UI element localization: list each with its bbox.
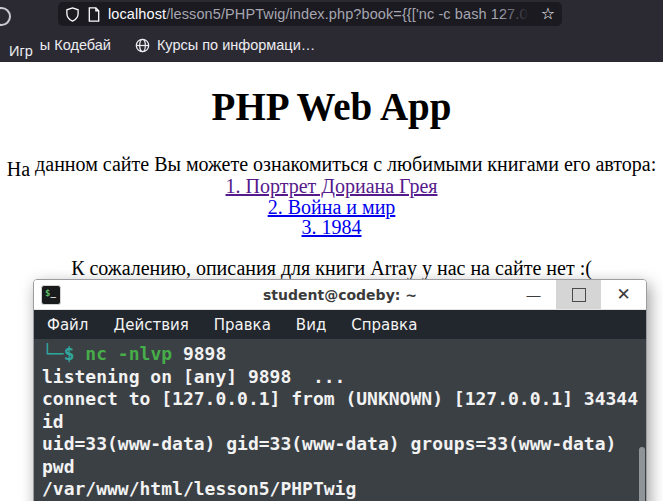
terminal-scrollbar-thumb[interactable] [639, 447, 645, 501]
window-buttons: — ✕ [511, 280, 646, 309]
bookmark-item-games[interactable]: Игры Кодебай [9, 37, 111, 53]
terminal-output-line: id [42, 411, 646, 434]
page-title: PHP Web App [0, 84, 663, 129]
maximize-icon [572, 288, 586, 302]
terminal-output-line: connect to [127.0.0.1] from (UNKNOWN) [1… [42, 388, 646, 411]
book-link-2[interactable]: 2. Война и мир [0, 197, 663, 218]
shell-command-arg: 9898 [172, 343, 226, 364]
terminal-app-icon: $_ [41, 285, 61, 305]
book-links: 1. Портрет Дориана Грея 2. Война и мир 3… [0, 176, 663, 238]
terminal-prompt-line: └─$ nc -nlvp 9898 [42, 343, 646, 366]
bookmark-label-tail: ы Кодебай [40, 37, 111, 53]
browser-toolbar: localhost/lesson5/PHPTwig/index.php?book… [0, 0, 663, 28]
terminal-output-line: listening on [any] 9898 ... [42, 366, 646, 389]
menu-actions[interactable]: Действия [113, 316, 188, 334]
menu-edit[interactable]: Правка [214, 316, 271, 334]
menu-file[interactable]: Файл [47, 316, 88, 334]
url-path: /lesson5/PHPTwig/index.php?book={{['nc -… [166, 6, 534, 22]
bookmarks-bar: Игры Кодебай Курсы по информаци… [0, 28, 663, 62]
notice-text: К сожалению, описания для книги Array у … [0, 257, 663, 280]
close-icon: ✕ [616, 284, 630, 305]
bookmark-label-head: Игр [9, 43, 33, 59]
bookmark-star-icon[interactable]: ☆ [541, 6, 555, 22]
terminal-window: student@codeby: ~ $_ — ✕ Файл Действия П… [33, 279, 647, 501]
terminal-output-line: uid=33(www-data) gid=33(www-data) groups… [42, 433, 646, 456]
shell-command: nc -nlvp [85, 343, 172, 364]
intro-text: На данном сайте Вы можете ознакомиться с… [0, 153, 663, 176]
url-bar[interactable]: localhost/lesson5/PHPTwig/index.php?book… [58, 2, 562, 26]
minimize-icon: — [527, 287, 541, 303]
intro-text-tail: данном сайте Вы можете ознакомиться с лю… [30, 153, 656, 175]
book-link-3[interactable]: 3. 1984 [0, 217, 663, 238]
bookmark-label: Курсы по информаци… [157, 37, 315, 53]
book-link-1[interactable]: 1. Портрет Дориана Грея [0, 176, 663, 197]
close-button[interactable]: ✕ [601, 280, 646, 309]
menu-view[interactable]: Вид [296, 316, 326, 334]
menu-help[interactable]: Справка [351, 316, 417, 334]
terminal-output-line: /var/www/html/lesson5/PHPTwig [42, 478, 646, 501]
url-text[interactable]: localhost/lesson5/PHPTwig/index.php?book… [108, 6, 534, 22]
clipped-toolbar-icon [0, 7, 11, 26]
intro-text-head: На [7, 158, 30, 180]
maximize-button[interactable] [556, 280, 601, 309]
terminal-menubar: Файл Действия Правка Вид Справка [34, 310, 646, 339]
bookmark-item-courses[interactable]: Курсы по информаци… [135, 37, 315, 53]
minimize-button[interactable]: — [511, 280, 556, 309]
terminal-titlebar[interactable]: student@codeby: ~ $_ — ✕ [34, 280, 646, 310]
shield-icon[interactable] [65, 7, 80, 22]
globe-icon [135, 38, 150, 53]
url-fade-overlay [500, 6, 534, 22]
terminal-icon-underscore: _ [50, 288, 55, 298]
shell-prompt: └─$ [42, 343, 85, 364]
url-host: localhost [108, 6, 166, 22]
browser-chrome: localhost/lesson5/PHPTwig/index.php?book… [0, 0, 663, 62]
terminal-body[interactable]: └─$ nc -nlvp 9898 listening on [any] 989… [34, 339, 646, 501]
terminal-output-line: pwd [42, 456, 646, 479]
page-icon[interactable] [87, 7, 101, 22]
screenshot-frame: localhost/lesson5/PHPTwig/index.php?book… [0, 0, 663, 501]
